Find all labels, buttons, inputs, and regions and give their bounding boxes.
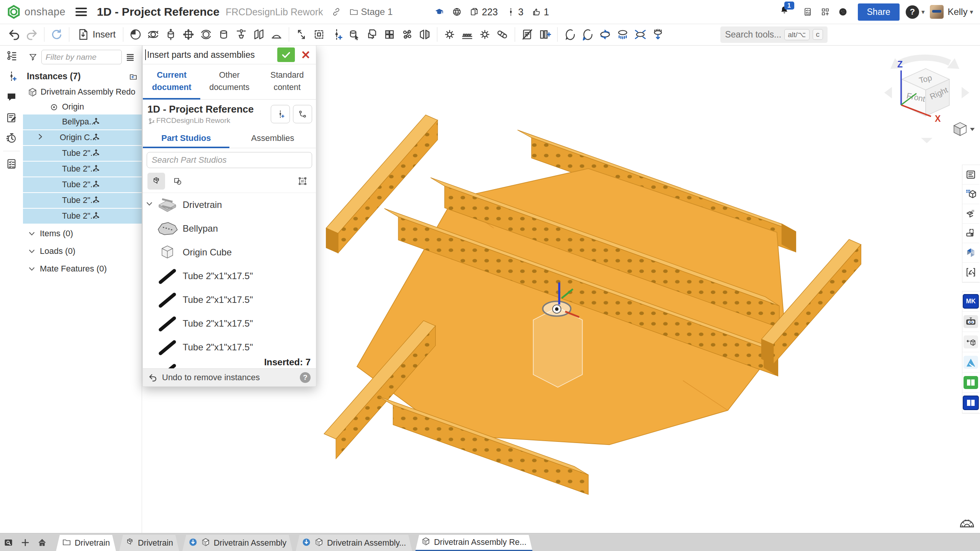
undo-icon[interactable] bbox=[5, 26, 23, 43]
help-circle-icon[interactable]: ? bbox=[300, 372, 311, 383]
drag-part-icon[interactable] bbox=[345, 26, 363, 43]
comment-icon[interactable] bbox=[0, 87, 23, 107]
filter-parts-icon[interactable] bbox=[147, 173, 165, 190]
mirror-icon[interactable] bbox=[416, 26, 434, 43]
update-linked-icon[interactable] bbox=[48, 26, 65, 43]
onshape-logo[interactable]: onshape bbox=[6, 4, 65, 20]
instance-row[interactable]: Drivetrain Assembly Redo bbox=[23, 85, 142, 100]
peak-app-icon[interactable] bbox=[962, 352, 979, 373]
dialog-tab-standard[interactable]: Standardcontent bbox=[258, 64, 316, 99]
part-studio-search-input[interactable] bbox=[147, 152, 312, 168]
structure-edit-icon[interactable] bbox=[536, 26, 554, 43]
subtab-assemblies[interactable]: Assemblies bbox=[229, 129, 316, 148]
fit-view-icon[interactable] bbox=[649, 26, 667, 43]
group-icon[interactable] bbox=[381, 26, 398, 43]
pattern-icon[interactable] bbox=[398, 26, 416, 43]
insert-button[interactable]: Insert bbox=[73, 26, 119, 43]
update-available-icon[interactable] bbox=[188, 538, 198, 549]
select-all-parts-icon[interactable] bbox=[294, 173, 311, 190]
dof-indicator-icon[interactable] bbox=[91, 116, 101, 128]
search-tools[interactable]: Search tools... alt/⌥ c bbox=[720, 26, 828, 43]
checklist-icon[interactable] bbox=[0, 154, 23, 174]
doc-tab-drivetrain-assembly-[interactable]: Drivetrain Assembly... bbox=[296, 535, 412, 551]
insert-item-drivetrain[interactable]: Drivetrain bbox=[143, 193, 316, 217]
guide-blue-app-icon[interactable] bbox=[962, 393, 979, 413]
view-cube[interactable]: Top Front Right Z X bbox=[879, 47, 975, 146]
mate-connector-icon[interactable] bbox=[328, 26, 345, 43]
add-tab-icon[interactable] bbox=[17, 535, 34, 551]
likes-count[interactable]: 1 bbox=[532, 7, 549, 18]
tree-section[interactable]: Loads (0) bbox=[23, 244, 142, 259]
measure-protractor-icon[interactable] bbox=[958, 515, 976, 532]
home-icon[interactable] bbox=[34, 535, 51, 551]
insert-item-tube-2-x1-x17-5-[interactable]: Tube 2"x1"x17.5" bbox=[143, 288, 316, 312]
app-store-icon[interactable] bbox=[816, 3, 834, 21]
featurescript-icon[interactable] bbox=[962, 263, 979, 282]
public-document-icon[interactable] bbox=[452, 7, 461, 16]
frames-app-icon[interactable] bbox=[962, 332, 979, 352]
selection-box-icon[interactable] bbox=[310, 26, 328, 43]
robot-app-icon[interactable] bbox=[962, 312, 979, 332]
guide-green-app-icon[interactable] bbox=[962, 373, 979, 393]
add-folder-icon[interactable] bbox=[129, 72, 138, 81]
structure-panel-icon[interactable] bbox=[962, 165, 979, 185]
confirm-button[interactable] bbox=[277, 47, 295, 62]
doc-tab-drivetrain-assembly[interactable]: Drivetrain Assembly bbox=[182, 535, 293, 551]
tree-section[interactable]: Mate Features (0) bbox=[23, 261, 142, 276]
origin-cube-ghost[interactable] bbox=[533, 307, 582, 387]
doc-tab-drivetrain[interactable]: Drivetrain bbox=[119, 535, 179, 551]
configurations-icon[interactable] bbox=[962, 185, 979, 204]
versions-icon[interactable] bbox=[0, 45, 23, 66]
instance-row[interactable]: Tube 2"... bbox=[23, 177, 142, 192]
insert-item-bellypan[interactable]: Bellypan bbox=[143, 217, 316, 240]
user-menu-caret-icon[interactable]: ▾ bbox=[970, 8, 973, 16]
cylindrical-mate-icon[interactable] bbox=[215, 26, 232, 43]
tasks-icon[interactable] bbox=[799, 3, 816, 21]
instance-row[interactable]: Origin C... bbox=[23, 130, 142, 145]
search-tabs-icon[interactable] bbox=[0, 535, 17, 551]
mate-icon[interactable] bbox=[127, 26, 144, 43]
main-menu-icon[interactable] bbox=[75, 6, 87, 18]
dof-indicator-icon[interactable] bbox=[91, 132, 101, 144]
orbit-view-icon[interactable] bbox=[596, 26, 614, 43]
mate-connector-add-icon[interactable] bbox=[0, 66, 23, 87]
tree-section[interactable]: Items (0) bbox=[23, 226, 142, 241]
gear-relation-icon[interactable] bbox=[441, 26, 458, 43]
view-options-cube-icon[interactable] bbox=[954, 123, 975, 136]
collapse-chevron-icon[interactable] bbox=[145, 199, 154, 210]
update-available-icon[interactable] bbox=[302, 538, 311, 549]
pin-slot-mate-icon[interactable] bbox=[232, 26, 250, 43]
screw-relation-icon[interactable] bbox=[476, 26, 494, 43]
slider-mate-icon[interactable] bbox=[162, 26, 180, 43]
parallel-mate-icon[interactable] bbox=[250, 26, 268, 43]
filter-surfaces-icon[interactable] bbox=[169, 173, 187, 190]
rotate-view-icon[interactable] bbox=[579, 26, 596, 43]
dof-indicator-icon[interactable] bbox=[91, 163, 101, 175]
insert-item-origin-cube[interactable]: Origin Cube bbox=[143, 240, 316, 264]
dialog-tab-other[interactable]: Otherdocuments bbox=[201, 64, 258, 99]
insert-item-tube-2-x1-x17-5-[interactable]: Tube 2"x1"x17.5" bbox=[143, 335, 316, 359]
share-link-icon[interactable] bbox=[332, 7, 341, 16]
instance-row[interactable]: Origin bbox=[23, 100, 142, 114]
filter-input[interactable] bbox=[41, 50, 122, 64]
dof-indicator-icon[interactable] bbox=[91, 210, 101, 222]
help-button[interactable]: ? bbox=[906, 5, 919, 19]
hide-instances-icon[interactable] bbox=[519, 26, 536, 43]
appearance-icon[interactable] bbox=[962, 204, 979, 224]
education-plan-icon[interactable] bbox=[435, 7, 444, 16]
tangent-mate-icon[interactable] bbox=[268, 26, 285, 43]
insert-item-tube-2-x1-x17-5-[interactable]: Tube 2"x1"x17.5" bbox=[143, 312, 316, 335]
ball-mate-icon[interactable] bbox=[197, 26, 215, 43]
avatar[interactable] bbox=[930, 5, 944, 19]
mk-app-icon[interactable]: MK bbox=[962, 291, 979, 312]
pan-view-icon[interactable] bbox=[614, 26, 632, 43]
dialog-tab-current[interactable]: Currentdocument bbox=[143, 64, 201, 99]
copies-count[interactable]: 223 bbox=[470, 7, 498, 18]
explode-view-icon[interactable] bbox=[561, 26, 579, 43]
dof-indicator-icon[interactable] bbox=[91, 179, 101, 191]
transform-icon[interactable] bbox=[293, 26, 310, 43]
instance-row[interactable]: Tube 2"... bbox=[23, 146, 142, 161]
expand-chevron-icon[interactable] bbox=[36, 132, 44, 143]
folder-location[interactable]: Stage 1 bbox=[349, 7, 393, 17]
insert-item-tube-2-x1-x17-5-[interactable]: Tube 2"x1"x17.5" bbox=[143, 264, 316, 288]
